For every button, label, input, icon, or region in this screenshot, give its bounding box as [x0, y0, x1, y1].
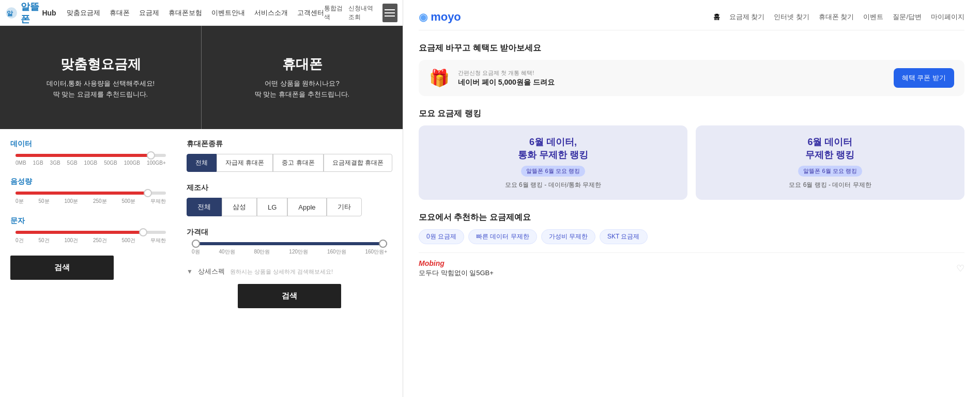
promo-text: 간편신청 요금제 첫 개통 혜택! 네이버 페이 5,000원을 드려요	[458, 69, 885, 87]
price-thumb-left[interactable]	[192, 240, 200, 248]
nav-search-link[interactable]: 통합검색	[324, 4, 344, 22]
nav-item-plan[interactable]: 맞춤요금제	[67, 8, 100, 18]
phone-filters: 휴대폰종류 전체 자급제 휴대폰 중고 휴대폰 요금제결합 휴대폰 제조사 전체…	[187, 139, 392, 308]
moyo-nav-items: 홈 요금제 찾기 인터넷 찾기 휴대폰 찾기 이벤트 질문/답변 마이페이지	[713, 12, 965, 22]
tab-all[interactable]: 전체	[187, 154, 217, 172]
moyo-nav-qa[interactable]: 질문/답변	[893, 12, 922, 22]
price-labels: 0원 40만원 80만원 120만원 160만원 160만원+	[192, 248, 387, 256]
mfr-tab-lg[interactable]: LG	[257, 198, 287, 216]
voice-slider-track	[16, 192, 166, 195]
hamburger-menu[interactable]	[382, 4, 397, 22]
manufacturer-tabs: 전체 삼성 LG Apple 기타	[187, 198, 392, 216]
detail-spec-hint: 원하시는 상품을 상세하게 검색해보세요!	[230, 268, 333, 276]
logo-hub: Hub	[42, 9, 56, 17]
nav-item-service[interactable]: 서비스소개	[254, 8, 288, 18]
sms-label-1: 50건	[38, 237, 49, 244]
tab-plan-bundle[interactable]: 요금제결합 휴대폰	[324, 154, 392, 172]
promo-coupon-button[interactable]: 혜택 쿠폰 받기	[894, 68, 954, 88]
tag-0[interactable]: 0원 요금제	[419, 229, 464, 244]
detail-spec-row: ▼ 상세스펙 원하시는 상품을 상세하게 검색해보세요!	[187, 267, 392, 276]
nav-item-rate[interactable]: 요금제	[139, 8, 159, 18]
sms-slider-thumb[interactable]	[139, 228, 147, 236]
ranking-card-title-0: 6월 데이터,통화 무제한 랭킹	[518, 136, 588, 162]
ranking-card-1[interactable]: 6월 데이터무제한 랭킹 알뜰폰 6월 모요 랭킹 모요 6월 랭킹 - 데이터…	[696, 125, 964, 200]
mfr-tab-samsung[interactable]: 삼성	[222, 198, 257, 216]
voice-slider-container: 0분 50분 100분 250분 500분 무제한	[10, 192, 171, 205]
plan-search-button[interactable]: 검색	[10, 256, 114, 280]
nav-menu: 맞춤요금제 휴대폰 요금제 휴대폰보험 이벤트안내 서비스소개 고객센터	[67, 8, 324, 18]
hero-plan-sub1: 데이터,통화 사용량을 선택해주세요!	[47, 78, 155, 89]
logo-text: 알뜰폰	[21, 1, 42, 25]
price-label-5: 160만원+	[365, 248, 387, 256]
logo[interactable]: 알 알뜰폰Hub	[5, 1, 56, 25]
tag-3[interactable]: SKT 요금제	[600, 229, 647, 244]
voice-label-4: 500분	[121, 198, 135, 205]
hamburger-line	[385, 15, 395, 17]
data-slider-thumb[interactable]	[147, 151, 155, 160]
nav-item-insurance[interactable]: 휴대폰보험	[169, 8, 202, 18]
hero-plan-title: 맞춤형요금제	[60, 55, 141, 73]
data-label-5: 50GB	[104, 160, 117, 166]
mfr-tab-other[interactable]: 기타	[327, 198, 362, 216]
sms-label-0: 0건	[16, 237, 24, 244]
ranking-card-link-1[interactable]: 알뜰폰 6월 모요 랭킹	[798, 166, 862, 177]
ranking-card-title-1: 6월 데이터무제한 랭킹	[805, 136, 854, 162]
data-slider-labels: 0MB 1GB 3GB 5GB 10GB 50GB 100GB 100GB+	[16, 160, 166, 166]
price-label-0: 0원	[192, 248, 200, 256]
mfr-tab-apple[interactable]: Apple	[287, 198, 326, 216]
sms-slider-track	[16, 231, 166, 234]
data-label-4: 10GB	[84, 160, 98, 166]
hero-phone-sub2: 딱 맞는 휴대폰을 추천드립니다.	[255, 89, 349, 100]
moyo-nav-event[interactable]: 이벤트	[863, 12, 883, 22]
tab-used[interactable]: 중고 휴대폰	[273, 154, 323, 172]
mfr-tab-all[interactable]: 전체	[187, 198, 222, 216]
nav-item-phone[interactable]: 휴대폰	[110, 8, 130, 18]
tag-1[interactable]: 빠른 데이터 무제한	[468, 229, 537, 244]
moyo-nav-internet[interactable]: 인터넷 찾기	[774, 12, 809, 22]
phone-type-group: 휴대폰종류 전체 자급제 휴대폰 중고 휴대폰 요금제결합 휴대폰	[187, 139, 392, 172]
price-label-2: 80만원	[254, 248, 270, 256]
data-slider-container: 0MB 1GB 3GB 5GB 10GB 50GB 100GB 100GB+	[10, 154, 171, 166]
svg-text:알: 알	[7, 9, 13, 17]
ranking-title: 모요 요금제 랭킹	[419, 108, 964, 119]
left-panel: 알 알뜰폰Hub 맞춤요금제 휴대폰 요금제 휴대폰보험 이벤트안내 서비스소개…	[0, 0, 403, 397]
hero-phone-sub1: 어떤 상품을 원하시나요?	[265, 78, 339, 89]
sms-filter-group: 문자 0건 50건 100건 250건 500건 무제한	[10, 216, 171, 244]
plan-heart-icon[interactable]: ♡	[956, 263, 964, 274]
nav-history-link[interactable]: 신청내역조회	[348, 4, 378, 22]
nav-item-event[interactable]: 이벤트안내	[211, 8, 245, 18]
price-filter-group: 가격대 0원 40만원 80만원 120만원 160만원 160만원+	[187, 228, 392, 256]
data-slider-track	[16, 154, 166, 157]
price-label-1: 40만원	[219, 248, 235, 256]
data-label-6: 100GB	[124, 160, 140, 166]
tag-2[interactable]: 가성비 무제한	[541, 229, 595, 244]
nav-item-support[interactable]: 고객센터	[297, 8, 324, 18]
sms-slider-fill	[16, 231, 143, 234]
nav-right: 통합검색 신청내역조회	[324, 4, 397, 22]
right-panel: ◉ moyo 홈 요금제 찾기 인터넷 찾기 휴대폰 찾기 이벤트 질문/답변 …	[403, 0, 980, 397]
moyo-nav-home[interactable]: 홈	[713, 12, 720, 22]
moyo-nav-phone[interactable]: 휴대폰 찾기	[819, 12, 854, 22]
price-label-4: 160만원	[327, 248, 346, 256]
hero-plan-section: 맞춤형요금제 데이터,통화 사용량을 선택해주세요! 딱 맞는 요금제를 추천드…	[0, 26, 202, 129]
ranking-card-sub-1: 모요 6월 랭킹 - 데이터 무제한	[789, 181, 871, 189]
price-filter-label: 가격대	[187, 228, 392, 237]
manufacturer-group: 제조사 전체 삼성 LG Apple 기타	[187, 183, 392, 216]
voice-filter-label: 음성량	[10, 177, 171, 186]
moyo-logo-dot: ◉	[419, 11, 427, 23]
chevron-down-icon: ▼	[187, 268, 193, 275]
ranking-card-link-0[interactable]: 알뜰폰 6월 모요 랭킹	[521, 166, 585, 177]
price-thumb-right[interactable]	[379, 240, 387, 248]
moyo-nav-plan[interactable]: 요금제 찾기	[729, 12, 765, 22]
plan-filters: 데이터 0MB 1GB 3GB 5GB 10GB 50GB 100GB	[10, 139, 171, 308]
phone-search-button[interactable]: 검색	[238, 284, 341, 308]
voice-filter-group: 음성량 0분 50분 100분 250분 500분 무제한	[10, 177, 171, 205]
moyo-nav-mypage[interactable]: 마이페이지	[931, 12, 964, 22]
voice-label-2: 100분	[64, 198, 78, 205]
voice-label-5: 무제한	[150, 198, 166, 205]
sms-label-3: 250건	[93, 237, 107, 244]
tab-self-purchase[interactable]: 자급제 휴대폰	[217, 154, 273, 172]
voice-slider-thumb[interactable]	[144, 189, 152, 197]
sms-filter-label: 문자	[10, 216, 171, 226]
ranking-card-0[interactable]: 6월 데이터,통화 무제한 랭킹 알뜰폰 6월 모요 랭킹 모요 6월 랭킹 -…	[419, 125, 687, 200]
